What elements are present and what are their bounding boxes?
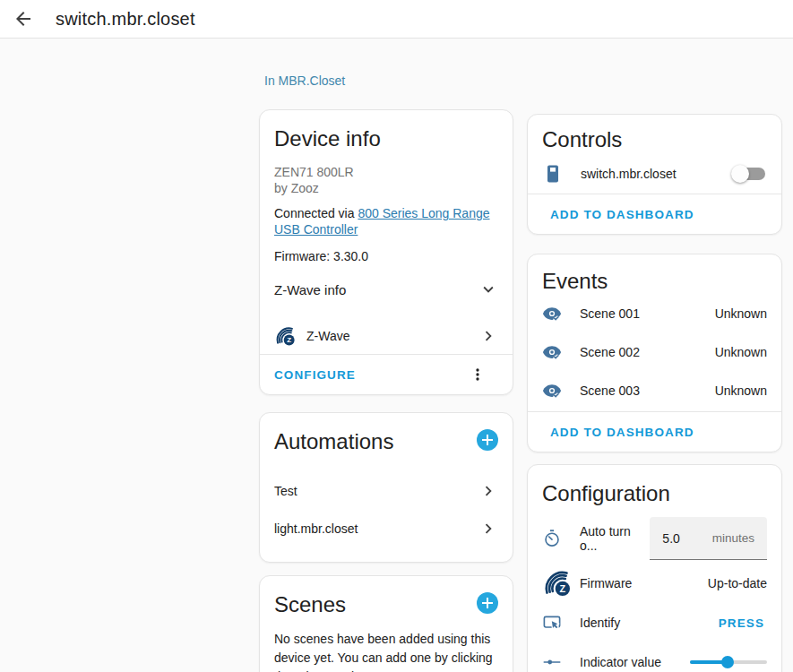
indicator-slider[interactable] bbox=[690, 653, 767, 671]
automations-title: Automations bbox=[274, 429, 393, 454]
entity-toggle[interactable] bbox=[731, 165, 767, 183]
chevron-down-icon bbox=[478, 280, 498, 299]
scenes-empty-text: No scenes have been added using this dev… bbox=[274, 630, 498, 672]
firmware-status: Up-to-date bbox=[708, 576, 767, 590]
event-state: Unknown bbox=[715, 345, 767, 359]
event-row: Scene 003 Unknown bbox=[542, 371, 767, 409]
entity-name: switch.mbr.closet bbox=[581, 167, 731, 181]
scenes-title: Scenes bbox=[274, 592, 346, 617]
automation-name: Test bbox=[274, 484, 478, 498]
auto-turn-off-row: Auto turn o... 5.0 minutes bbox=[542, 513, 767, 564]
zwave-icon: Z bbox=[542, 567, 580, 600]
configure-button[interactable]: CONFIGURE bbox=[274, 363, 356, 387]
identify-label: Identify bbox=[580, 616, 719, 630]
slider-icon bbox=[542, 652, 580, 672]
content-area: In MBR.Closet Device info ZEN71 800LR by… bbox=[0, 39, 793, 672]
event-state: Unknown bbox=[715, 383, 767, 398]
device-info-title: Device info bbox=[274, 126, 498, 151]
auto-turn-off-input[interactable]: 5.0 minutes bbox=[650, 517, 767, 560]
add-scene-button[interactable] bbox=[477, 592, 498, 614]
timer-icon bbox=[542, 529, 580, 548]
zwave-info-label: Z-Wave info bbox=[274, 282, 346, 297]
chevron-right-icon bbox=[478, 519, 498, 538]
controls-card: Controls switch.mbr.closet bbox=[527, 114, 782, 235]
auto-turn-off-unit: minutes bbox=[712, 531, 754, 545]
device-info-card: Device info ZEN71 800LR by Zooz Connecte… bbox=[259, 109, 513, 395]
chevron-right-icon bbox=[478, 481, 498, 501]
integration-label: Z-Wave bbox=[306, 329, 478, 343]
indicator-label: Indicator value bbox=[580, 655, 690, 669]
plus-icon bbox=[481, 597, 494, 609]
automation-name: light.mbr.closet bbox=[274, 521, 478, 536]
events-title: Events bbox=[542, 269, 767, 294]
connected-via-line: Connected via 800 Series Long Range USB … bbox=[274, 205, 498, 237]
add-to-dashboard-button[interactable]: ADD TO DASHBOARD bbox=[550, 202, 694, 227]
automation-row[interactable]: light.mbr.closet bbox=[274, 510, 498, 547]
eye-check-icon bbox=[542, 304, 580, 323]
zwave-integration-row[interactable]: Z Z-Wave bbox=[274, 318, 498, 354]
add-to-dashboard-button[interactable]: ADD TO DASHBOARD bbox=[550, 420, 694, 444]
controls-title: Controls bbox=[542, 127, 767, 152]
events-card: Events Scene 001 Unknown bbox=[527, 254, 782, 452]
toggle-thumb bbox=[731, 165, 749, 183]
device-model: ZEN71 800LR bbox=[274, 164, 498, 180]
firmware-row: Z Firmware Up-to-date bbox=[542, 564, 767, 603]
left-column: Device info ZEN71 800LR by Zooz Connecte… bbox=[259, 109, 513, 672]
zwave-info-expander[interactable]: Z-Wave info bbox=[274, 279, 498, 300]
entity-row: switch.mbr.closet bbox=[542, 159, 767, 188]
automations-card: Automations Test bbox=[259, 412, 513, 563]
auto-turn-off-label: Auto turn o... bbox=[580, 524, 650, 553]
card-columns: Device info ZEN71 800LR by Zooz Connecte… bbox=[259, 109, 782, 672]
event-name: Scene 003 bbox=[580, 383, 715, 398]
scenes-card: Scenes No scenes have been added using t… bbox=[259, 575, 513, 672]
light-switch-icon bbox=[542, 163, 581, 185]
connected-via-prefix: Connected via bbox=[274, 206, 358, 220]
device-firmware: Firmware: 3.30.0 bbox=[274, 248, 498, 264]
configuration-title: Configuration bbox=[542, 481, 767, 506]
configuration-card: Configuration Auto turn o... 5.0 bbox=[527, 464, 782, 672]
event-name: Scene 002 bbox=[580, 345, 715, 359]
identify-icon bbox=[542, 613, 580, 633]
svg-text:Z: Z bbox=[287, 336, 291, 344]
event-state: Unknown bbox=[715, 306, 767, 321]
app-header: switch.mbr.closet bbox=[0, 0, 793, 39]
identify-row: Identify PRESS bbox=[542, 603, 767, 642]
dots-vertical-icon bbox=[469, 366, 487, 383]
arrow-left-icon bbox=[13, 8, 34, 30]
svg-text:Z: Z bbox=[560, 582, 566, 593]
add-automation-button[interactable] bbox=[477, 429, 498, 451]
right-column: Controls switch.mbr.closet bbox=[527, 114, 782, 672]
event-row: Scene 001 Unknown bbox=[542, 294, 767, 332]
area-link[interactable]: In MBR.Closet bbox=[264, 73, 345, 88]
auto-turn-off-value: 5.0 bbox=[662, 531, 679, 546]
firmware-label: Firmware bbox=[580, 576, 708, 590]
event-name: Scene 001 bbox=[580, 306, 715, 321]
indicator-row: Indicator value bbox=[542, 642, 767, 672]
back-button[interactable] bbox=[5, 1, 41, 37]
page-title: switch.mbr.closet bbox=[56, 9, 195, 30]
plus-icon bbox=[481, 434, 494, 446]
device-model-block: ZEN71 800LR by Zooz bbox=[274, 164, 498, 196]
zwave-icon: Z bbox=[274, 324, 306, 349]
slider-thumb[interactable] bbox=[721, 656, 734, 668]
device-manufacturer: by Zooz bbox=[274, 180, 498, 196]
automation-row[interactable]: Test bbox=[274, 472, 498, 510]
more-menu-button[interactable] bbox=[462, 359, 493, 390]
event-row: Scene 002 Unknown bbox=[542, 332, 767, 371]
chevron-right-icon bbox=[478, 326, 498, 346]
eye-check-icon bbox=[542, 342, 580, 362]
identify-press-button[interactable]: PRESS bbox=[719, 611, 767, 635]
eye-check-icon bbox=[542, 381, 580, 401]
